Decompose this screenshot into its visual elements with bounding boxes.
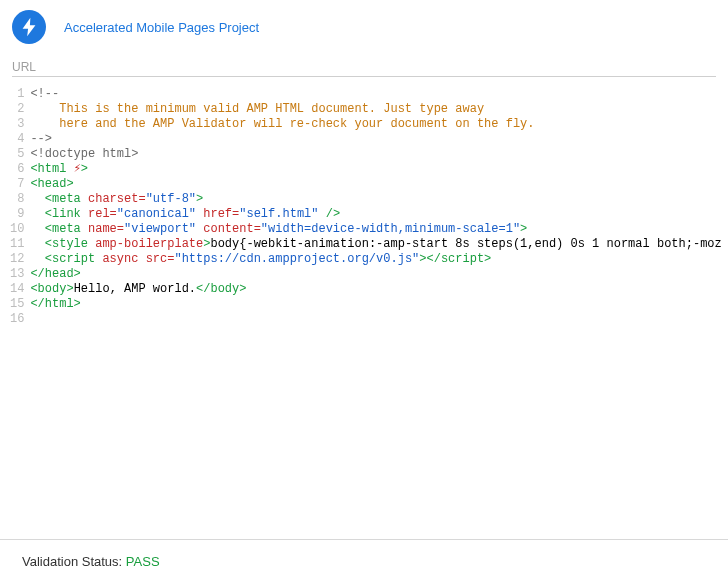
- code-line[interactable]: <body>Hello, AMP world.</body>: [30, 282, 714, 297]
- code-editor[interactable]: 12345678910111213141516 <!-- This is the…: [6, 87, 722, 343]
- code-line[interactable]: <!doctype html>: [30, 147, 714, 162]
- code-line[interactable]: <meta name="viewport" content="width=dev…: [30, 222, 714, 237]
- code-content[interactable]: <!-- This is the minimum valid AMP HTML …: [30, 87, 714, 327]
- code-line[interactable]: <style amp-boilerplate>body{-webkit-anim…: [30, 237, 714, 252]
- url-section: URL: [0, 54, 728, 77]
- code-scroll[interactable]: <!-- This is the minimum valid AMP HTML …: [30, 87, 722, 343]
- line-gutter: 12345678910111213141516: [6, 87, 30, 343]
- code-line[interactable]: <!--: [30, 87, 714, 102]
- code-line[interactable]: <html ⚡>: [30, 162, 714, 177]
- code-line[interactable]: This is the minimum valid AMP HTML docum…: [30, 102, 714, 117]
- status-bar: Validation Status: PASS: [0, 539, 728, 583]
- code-line[interactable]: </head>: [30, 267, 714, 282]
- url-label: URL: [12, 60, 716, 76]
- status-value: PASS: [126, 554, 160, 569]
- code-line[interactable]: here and the AMP Validator will re-check…: [30, 117, 714, 132]
- code-line[interactable]: </html>: [30, 297, 714, 312]
- code-line[interactable]: <script async src="https://cdn.ampprojec…: [30, 252, 714, 267]
- brand-title: Accelerated Mobile Pages Project: [64, 20, 259, 35]
- status-label: Validation Status:: [22, 554, 122, 569]
- code-line[interactable]: <head>: [30, 177, 714, 192]
- header: Accelerated Mobile Pages Project: [0, 0, 728, 54]
- amp-logo-icon: [12, 10, 46, 44]
- editor-container: 12345678910111213141516 <!-- This is the…: [0, 77, 728, 343]
- code-line[interactable]: -->: [30, 132, 714, 147]
- code-line[interactable]: <meta charset="utf-8">: [30, 192, 714, 207]
- code-line[interactable]: [30, 312, 714, 327]
- code-line[interactable]: <link rel="canonical" href="self.html" /…: [30, 207, 714, 222]
